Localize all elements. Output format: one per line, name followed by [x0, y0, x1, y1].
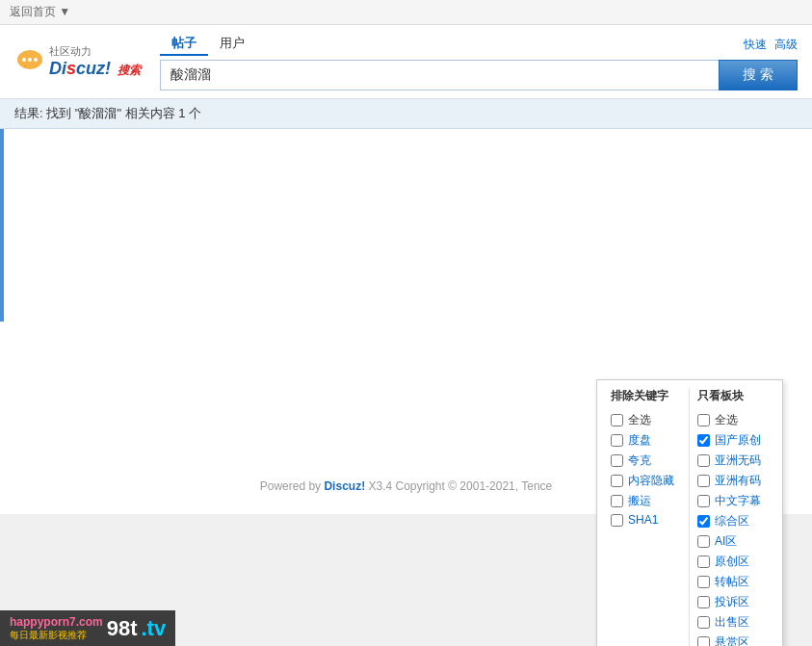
exclude-keywords-col: 排除关键字 全选 度盘 夸克 内容隐藏 搬运	[603, 388, 690, 646]
block-all-label[interactable]: 全选	[715, 412, 738, 428]
exclude-all-label[interactable]: 全选	[628, 412, 651, 428]
tabs-left: 帖子 用户	[160, 33, 256, 56]
top-nav: 返回首页 ▼	[0, 0, 812, 25]
block-ai-item: AI区	[697, 533, 769, 550]
block-chushou-checkbox[interactable]	[697, 616, 710, 629]
block-zonghe-item: 综合区	[697, 513, 769, 530]
exclude-banyun-item: 搬运	[611, 493, 681, 509]
exclude-all-checkbox[interactable]	[611, 414, 623, 426]
svg-point-1	[22, 58, 26, 62]
results-text: 结果: 找到 "酸溜溜" 相关内容 1 个	[14, 106, 201, 120]
exclude-kuake-item: 夸克	[611, 452, 681, 469]
exclude-keywords-header: 排除关键字	[611, 388, 681, 406]
quick-link[interactable]: 快速	[744, 37, 767, 53]
back-home-link[interactable]: 返回首页 ▼	[10, 5, 70, 18]
block-zhuantie-label[interactable]: 转帖区	[715, 574, 749, 590]
tab-posts[interactable]: 帖子	[160, 33, 208, 56]
results-bar: 结果: 找到 "酸溜溜" 相关内容 1 个	[0, 99, 812, 129]
block-tousu-checkbox[interactable]	[697, 596, 710, 608]
discuz-logo-icon	[14, 46, 45, 77]
block-yazhou-youma-item: 亚洲有码	[697, 473, 769, 489]
back-home-label: 返回首页	[10, 5, 56, 18]
logo-text-area: 社区动力 Discuz! 搜索	[49, 44, 141, 79]
exclude-sha1-item: SHA1	[611, 513, 681, 527]
exclude-dupan-checkbox[interactable]	[611, 434, 623, 447]
block-yazhou-wuma-checkbox[interactable]	[697, 454, 710, 467]
tabs-right: 快速 高级	[744, 37, 798, 53]
block-chushou-label[interactable]: 出售区	[715, 614, 749, 631]
exclude-hidden-item: 内容隐藏	[611, 473, 681, 489]
tab-users[interactable]: 用户	[208, 33, 256, 56]
block-yazhou-youma-checkbox[interactable]	[697, 475, 710, 487]
block-yazhou-youma-label[interactable]: 亚洲有码	[715, 473, 761, 489]
tabs-row: 帖子 用户 快速 高级	[160, 33, 798, 56]
back-arrow-icon: ▼	[59, 5, 70, 18]
block-xuanshang-item: 悬赏区	[697, 634, 769, 646]
only-blocks-col: 只看板块 全选 国产原创 亚洲无码 亚洲有码 中文字幕	[690, 388, 776, 646]
exclude-dupan-label[interactable]: 度盘	[628, 432, 651, 449]
block-all-item: 全选	[697, 412, 769, 428]
block-chushou-item: 出售区	[697, 614, 769, 631]
block-yazhou-wuma-label[interactable]: 亚洲无码	[715, 452, 761, 469]
block-yuanchuang-item: 原创区	[697, 554, 769, 570]
exclude-kuake-checkbox[interactable]	[611, 454, 623, 467]
block-xuanshang-label[interactable]: 悬赏区	[715, 634, 749, 646]
copyright-text: Copyright © 2001-2021, Tence	[396, 479, 553, 493]
powered-by-text: Powered by	[260, 479, 325, 493]
block-guochan-item: 国产原创	[697, 432, 769, 449]
discuz-link[interactable]: Discuz!	[324, 479, 365, 493]
version-text: X3.4	[365, 479, 395, 493]
block-zhuantie-item: 转帖区	[697, 574, 769, 590]
search-label: 搜索	[118, 64, 141, 77]
exclude-all-item: 全选	[611, 412, 681, 428]
watermark: happyporn7.com 每日最新影视推荐 98t .tv	[0, 610, 175, 646]
watermark-number: 98t	[107, 616, 138, 641]
tabs-search-area: 帖子 用户 快速 高级 搜 索	[160, 33, 798, 90]
block-yazhou-wuma-item: 亚洲无码	[697, 452, 769, 469]
block-guochan-label[interactable]: 国产原创	[715, 432, 761, 449]
main-content: 排除关键字 全选 度盘 夸克 内容隐藏 搬运	[0, 129, 812, 514]
search-input-row: 搜 索	[160, 60, 798, 90]
search-input[interactable]	[160, 60, 719, 90]
exclude-banyun-label[interactable]: 搬运	[628, 493, 651, 509]
block-zimu-checkbox[interactable]	[697, 495, 710, 507]
logo-area: 社区动力 Discuz! 搜索	[14, 44, 141, 79]
exclude-dupan-item: 度盘	[611, 432, 681, 449]
block-zimu-item: 中文字幕	[697, 493, 769, 509]
left-accent-bar	[0, 129, 4, 322]
search-header: 社区动力 Discuz! 搜索 帖子 用户 快速 高级 搜 索	[0, 25, 812, 99]
block-zimu-label[interactable]: 中文字幕	[715, 493, 761, 509]
exclude-hidden-checkbox[interactable]	[611, 475, 623, 487]
exclude-sha1-label[interactable]: SHA1	[628, 513, 658, 527]
exclude-hidden-label[interactable]: 内容隐藏	[628, 473, 674, 489]
discuz-logo-text: Discuz! 搜索	[49, 59, 141, 79]
only-blocks-header: 只看板块	[697, 388, 769, 406]
block-zonghe-label[interactable]: 综合区	[715, 513, 749, 530]
block-xuanshang-checkbox[interactable]	[697, 636, 710, 646]
block-yuanchuang-checkbox[interactable]	[697, 556, 710, 568]
watermark-site: happyporn7.com	[10, 615, 103, 629]
community-label: 社区动力	[49, 44, 141, 59]
block-ai-label[interactable]: AI区	[715, 533, 737, 550]
svg-point-2	[28, 58, 32, 62]
dropdown-panel: 排除关键字 全选 度盘 夸克 内容隐藏 搬运	[596, 379, 783, 646]
exclude-sha1-checkbox[interactable]	[611, 514, 623, 527]
exclude-banyun-checkbox[interactable]	[611, 495, 623, 507]
watermark-subtitle: 每日最新影视推荐	[10, 629, 103, 642]
block-ai-checkbox[interactable]	[697, 535, 710, 548]
block-all-checkbox[interactable]	[697, 414, 710, 426]
block-yuanchuang-label[interactable]: 原创区	[715, 554, 749, 570]
watermark-content: happyporn7.com 每日最新影视推荐	[10, 614, 103, 642]
logo-top: 社区动力 Discuz! 搜索	[14, 44, 141, 79]
block-tousu-item: 投诉区	[697, 594, 769, 610]
exclude-kuake-label[interactable]: 夸克	[628, 452, 651, 469]
block-zhuantie-checkbox[interactable]	[697, 576, 710, 588]
advanced-link[interactable]: 高级	[774, 37, 798, 53]
block-zonghe-checkbox[interactable]	[697, 515, 710, 528]
block-tousu-label[interactable]: 投诉区	[715, 594, 749, 610]
watermark-domain: .tv	[141, 616, 166, 641]
block-guochan-checkbox[interactable]	[697, 434, 710, 447]
search-button[interactable]: 搜 索	[719, 60, 798, 90]
svg-point-3	[34, 58, 38, 62]
